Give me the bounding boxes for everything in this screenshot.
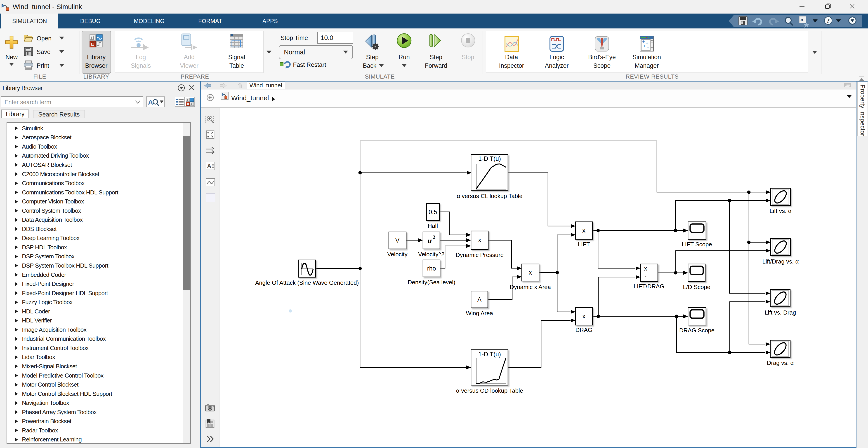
svg-text:Half: Half bbox=[428, 222, 438, 229]
svg-text:Density(Sea level): Density(Sea level) bbox=[408, 279, 456, 286]
svg-text:Dynamic x Area: Dynamic x Area bbox=[510, 284, 551, 290]
svg-text:+: + bbox=[642, 39, 645, 44]
svg-text:x: x bbox=[478, 237, 481, 243]
svg-text:A: A bbox=[207, 163, 211, 169]
svg-text:x: x bbox=[582, 227, 585, 234]
svg-text:Lift/Drag vs. α: Lift/Drag vs. α bbox=[763, 258, 799, 265]
svg-text:u: u bbox=[428, 236, 432, 245]
svg-text:V: V bbox=[395, 237, 399, 244]
svg-text:Lift vs. α: Lift vs. α bbox=[770, 208, 792, 214]
svg-text:Dynamic Pressure: Dynamic Pressure bbox=[456, 251, 504, 258]
svg-text:α versus CD lookup Table: α versus CD lookup Table bbox=[456, 387, 523, 394]
svg-text:x: x bbox=[582, 313, 585, 320]
svg-text:Angle Of Attack (Sine Wave Gen: Angle Of Attack (Sine Wave Generated) bbox=[255, 279, 359, 286]
svg-text:?: ? bbox=[827, 17, 830, 24]
svg-text:+: + bbox=[647, 45, 649, 50]
svg-text:x: x bbox=[644, 265, 647, 272]
svg-text:x: x bbox=[529, 269, 532, 276]
svg-text:Velocity^2: Velocity^2 bbox=[418, 251, 444, 257]
svg-text:÷: ÷ bbox=[644, 275, 647, 281]
svg-text:1-D T(u): 1-D T(u) bbox=[478, 156, 501, 162]
svg-text:A: A bbox=[477, 296, 482, 303]
svg-text:DRAG: DRAG bbox=[575, 326, 592, 333]
svg-text:1-D T(u): 1-D T(u) bbox=[478, 351, 501, 358]
svg-text:+: + bbox=[643, 43, 646, 48]
svg-text:rho: rho bbox=[427, 265, 436, 272]
svg-text:α versus CL lookup Table: α versus CL lookup Table bbox=[457, 193, 522, 199]
svg-text:A: A bbox=[148, 98, 153, 106]
svg-text:LIFT Scope: LIFT Scope bbox=[682, 241, 712, 248]
svg-text:Lift vs. Drag: Lift vs. Drag bbox=[765, 309, 796, 316]
svg-text:DRAG Scope: DRAG Scope bbox=[679, 327, 715, 334]
svg-text:Drag vs. α: Drag vs. α bbox=[767, 359, 794, 366]
svg-text:0.5: 0.5 bbox=[429, 209, 437, 215]
svg-text:Wing Area: Wing Area bbox=[466, 310, 493, 317]
svg-text:2: 2 bbox=[433, 234, 435, 240]
svg-text:LIFT: LIFT bbox=[578, 241, 590, 248]
svg-text:LIFT/DRAG: LIFT/DRAG bbox=[633, 283, 664, 290]
svg-text:Velocity: Velocity bbox=[387, 251, 408, 257]
svg-text:L/D Scope: L/D Scope bbox=[683, 284, 710, 290]
svg-text:»: » bbox=[800, 16, 803, 23]
svg-text:+: + bbox=[646, 41, 649, 46]
